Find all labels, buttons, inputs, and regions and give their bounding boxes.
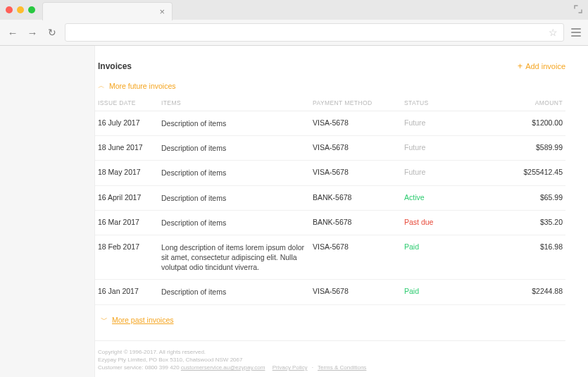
invoices-table: ISSUE DATE ITEMS PAYMENT METHOD STATUS A… bbox=[95, 94, 565, 305]
cell-amount: $35.20 bbox=[465, 210, 565, 235]
more-future-invoices-link[interactable]: ︿ More future invoices bbox=[98, 81, 565, 91]
col-issue-date: ISSUE DATE bbox=[95, 94, 158, 111]
cell-status: Paid bbox=[401, 235, 465, 280]
close-window-button[interactable] bbox=[6, 6, 13, 13]
cell-items: Description of items bbox=[158, 161, 310, 185]
chevron-down-icon: ﹀ bbox=[101, 315, 108, 325]
chevron-up-icon: ︿ bbox=[98, 81, 105, 91]
maximize-window-button[interactable] bbox=[28, 6, 35, 13]
browser-chrome: × ← → ↻ ☆ bbox=[0, 0, 588, 46]
cell-payment: BANK-5678 bbox=[310, 185, 401, 210]
cell-amount: $589.99 bbox=[465, 136, 565, 161]
forward-button[interactable]: → bbox=[25, 27, 39, 39]
more-past-label: More past invoices bbox=[112, 316, 174, 324]
footer-copyright: Copyright © 1996-2017. All rights reserv… bbox=[98, 348, 565, 356]
minimize-window-button[interactable] bbox=[17, 6, 24, 13]
cell-payment: VISA-5678 bbox=[310, 161, 401, 185]
cell-status: Past due bbox=[401, 210, 465, 235]
cell-payment: VISA-5678 bbox=[310, 111, 401, 136]
cell-amount: $16.98 bbox=[465, 235, 565, 280]
cell-status: Future bbox=[401, 161, 465, 185]
cell-status: Future bbox=[401, 136, 465, 161]
cell-items: Description of items bbox=[158, 136, 310, 161]
nav-bar: ← → ↻ ☆ bbox=[0, 20, 588, 45]
window-controls bbox=[6, 6, 35, 13]
table-row[interactable]: 18 June 2017Description of itemsVISA-567… bbox=[95, 136, 565, 161]
cell-amount: $65.99 bbox=[465, 185, 565, 210]
cell-date: 18 Feb 2017 bbox=[95, 235, 158, 280]
more-past-invoices-link[interactable]: ﹀ More past invoices bbox=[101, 315, 565, 325]
cell-payment: VISA-5678 bbox=[310, 280, 401, 304]
cell-items: Long description of items lorem ipsum do… bbox=[158, 235, 310, 280]
cell-payment: BANK-5678 bbox=[310, 210, 401, 235]
plus-icon: + bbox=[518, 61, 523, 71]
cell-status: Paid bbox=[401, 280, 465, 304]
url-bar[interactable]: ☆ bbox=[65, 23, 564, 42]
table-row[interactable]: 16 Jan 2017Description of itemsVISA-5678… bbox=[95, 280, 565, 304]
cell-items: Description of items bbox=[158, 280, 310, 304]
cell-amount: $2244.88 bbox=[465, 280, 565, 304]
cell-date: 16 July 2017 bbox=[95, 111, 158, 136]
cell-amount: $255412.45 bbox=[465, 161, 565, 185]
expand-window-icon[interactable] bbox=[574, 4, 582, 16]
back-button[interactable]: ← bbox=[6, 27, 20, 39]
left-gutter bbox=[0, 46, 95, 377]
cell-items: Description of items bbox=[158, 185, 310, 210]
cell-date: 18 May 2017 bbox=[95, 161, 158, 185]
col-amount: AMOUNT bbox=[465, 94, 565, 111]
cell-status: Future bbox=[401, 111, 465, 136]
col-items: ITEMS bbox=[158, 94, 310, 111]
bookmark-star-icon[interactable]: ☆ bbox=[549, 27, 558, 38]
table-row[interactable]: 18 Feb 2017Long description of items lor… bbox=[95, 235, 565, 280]
cell-date: 16 Jan 2017 bbox=[95, 280, 158, 304]
footer-service-prefix: Customer service: 0800 399 420 bbox=[98, 364, 181, 371]
footer-email-link[interactable]: customerservice.au@ezypay.com bbox=[181, 364, 265, 371]
table-row[interactable]: 16 April 2017Description of itemsBANK-56… bbox=[95, 185, 565, 210]
page-title: Invoices bbox=[98, 61, 132, 71]
cell-status: Active bbox=[401, 185, 465, 210]
tab-bar: × bbox=[0, 0, 588, 20]
col-status: STATUS bbox=[401, 94, 465, 111]
add-invoice-label: Add invoice bbox=[525, 62, 565, 70]
cell-date: 18 June 2017 bbox=[95, 136, 158, 161]
cell-date: 16 April 2017 bbox=[95, 185, 158, 210]
main-content: Invoices + Add invoice ︿ More future inv… bbox=[95, 46, 588, 377]
cell-date: 16 Mar 2017 bbox=[95, 210, 158, 235]
table-row[interactable]: 18 May 2017Description of itemsVISA-5678… bbox=[95, 161, 565, 185]
table-row[interactable]: 16 Mar 2017Description of itemsBANK-5678… bbox=[95, 210, 565, 235]
footer-terms-link[interactable]: Terms & Conditions bbox=[318, 364, 366, 371]
cell-items: Description of items bbox=[158, 111, 310, 136]
footer-privacy-link[interactable]: Privacy Policy bbox=[273, 364, 308, 371]
cell-items: Description of items bbox=[158, 210, 310, 235]
cell-payment: VISA-5678 bbox=[310, 235, 401, 280]
cell-amount: $1200.00 bbox=[465, 111, 565, 136]
cell-payment: VISA-5678 bbox=[310, 136, 401, 161]
close-tab-icon[interactable]: × bbox=[159, 7, 165, 16]
footer-address: Ezypay Pty Limited, PO Box 5310, Chatswo… bbox=[98, 356, 565, 364]
reload-button[interactable]: ↻ bbox=[45, 27, 59, 38]
footer: Copyright © 1996-2017. All rights reserv… bbox=[95, 340, 565, 372]
col-payment-method: PAYMENT METHOD bbox=[310, 94, 401, 111]
add-invoice-button[interactable]: + Add invoice bbox=[518, 61, 565, 71]
more-future-label: More future invoices bbox=[109, 82, 176, 90]
table-row[interactable]: 16 July 2017Description of itemsVISA-567… bbox=[95, 111, 565, 136]
hamburger-menu-icon[interactable] bbox=[570, 27, 582, 38]
browser-tab[interactable]: × bbox=[42, 2, 173, 20]
